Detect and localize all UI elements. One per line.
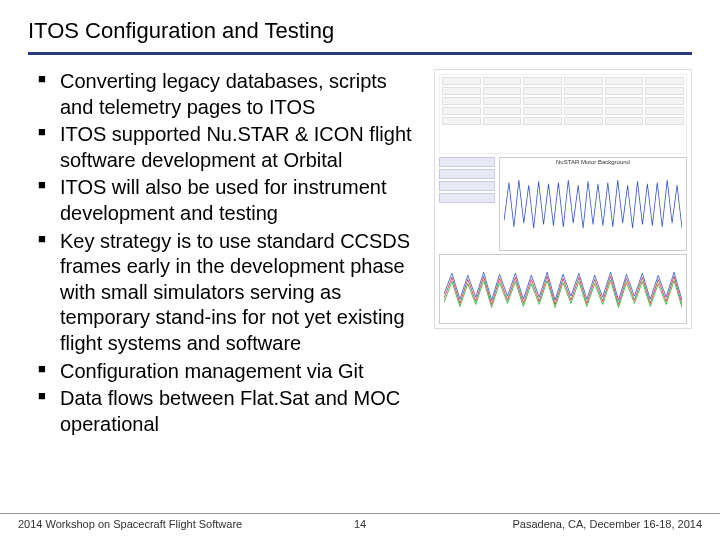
plot-title: NuSTAR Motor Background — [500, 159, 686, 165]
footer-right: Pasadena, CA, December 16-18, 2014 — [474, 514, 702, 530]
telemetry-plot-top: NuSTAR Motor Background — [499, 157, 687, 251]
slide-title: ITOS Configuration and Testing — [28, 18, 692, 52]
bullet-item: ITOS supported Nu.STAR & ICON flight sof… — [38, 122, 424, 173]
bullet-item: Key strategy is to use standard CCSDS fr… — [38, 229, 424, 357]
slide: ITOS Configuration and Testing Convertin… — [0, 0, 720, 540]
footer: 2014 Workshop on Spacecraft Flight Softw… — [0, 513, 720, 530]
bullet-list: Converting legacy databases, scripts and… — [28, 69, 424, 439]
page-number: 14 — [246, 514, 474, 530]
telemetry-controls — [439, 157, 495, 251]
bullet-item: Converting legacy databases, scripts and… — [38, 69, 424, 120]
bullet-item: Data flows between Flat.Sat and MOC oper… — [38, 386, 424, 437]
title-rule — [28, 52, 692, 55]
telemetry-table — [439, 74, 687, 154]
slide-body: Converting legacy databases, scripts and… — [28, 69, 692, 439]
telemetry-plot-bottom — [439, 254, 687, 324]
bullet-item: Configuration management via Git — [38, 359, 424, 385]
telemetry-screenshot: NuSTAR Motor Background — [434, 69, 692, 329]
footer-left: 2014 Workshop on Spacecraft Flight Softw… — [18, 514, 246, 530]
bullet-item: ITOS will also be used for instrument de… — [38, 175, 424, 226]
